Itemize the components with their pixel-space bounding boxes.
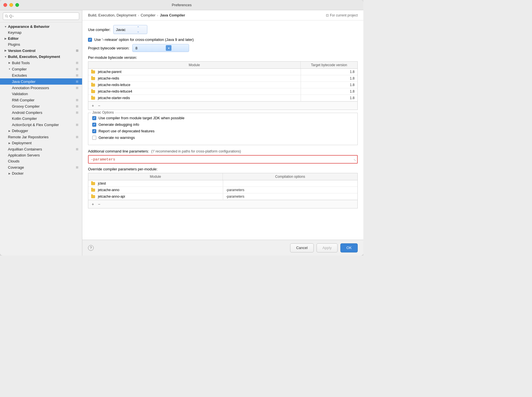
module-cell: jetcache-redis-lettuce xyxy=(88,82,301,88)
remove-module-button[interactable]: − xyxy=(96,103,102,108)
sidebar-item-label: Remote Jar Repositories xyxy=(8,135,49,139)
javac-checkbox-label-2: Generate debugging info xyxy=(99,122,139,127)
table-row[interactable]: jetcache-anno-api -parameters xyxy=(88,193,357,200)
use-compiler-row: Use compiler: Javac ⌃⌄ xyxy=(88,25,358,34)
javac-checkbox-4[interactable] xyxy=(92,136,96,140)
sidebar-item-rmi-compiler[interactable]: RMI Compiler ⊞ xyxy=(0,97,82,103)
folder-icon xyxy=(91,77,95,80)
folder-icon xyxy=(91,182,95,185)
search-box xyxy=(0,10,82,22)
table-row[interactable]: jetcache-redis-lettuce 1.8 xyxy=(88,82,357,88)
javac-checkbox-3[interactable] xyxy=(92,129,96,133)
javac-checkbox-1[interactable] xyxy=(92,116,96,120)
version-cell: 1.8 xyxy=(301,82,357,88)
table-row[interactable]: jetcache-parent 1.8 xyxy=(88,69,357,75)
sidebar-item-java-compiler[interactable]: Java Compiler ⊞ xyxy=(0,78,82,85)
table-row[interactable]: jetcache-redis-lettuce4 1.8 xyxy=(88,88,357,95)
project-icon: ⊡ xyxy=(326,13,329,17)
ok-button[interactable]: OK xyxy=(340,243,358,252)
table-row[interactable]: jetcache-redis 1.8 xyxy=(88,75,357,82)
sidebar-item-deployment[interactable]: ▶ Deployment xyxy=(0,140,82,146)
remove-override-button[interactable]: − xyxy=(96,201,102,207)
compilation-cell: -parameters xyxy=(223,187,357,193)
folder-icon xyxy=(91,97,95,100)
breadcrumb-part-1: Build, Execution, Deployment xyxy=(88,13,136,17)
maximize-button[interactable] xyxy=(15,3,19,7)
table-row[interactable]: jctest xyxy=(88,180,357,187)
sidebar-item-actionscript-compiler[interactable]: ActionScript & Flex Compiler ⊞ xyxy=(0,122,82,128)
settings-icon: ⊞ xyxy=(75,79,79,84)
module-bytecode-table: Module Target bytecode version jetcache-… xyxy=(88,61,358,110)
sidebar-item-label: Application Servers xyxy=(8,153,40,157)
cancel-button[interactable]: Cancel xyxy=(290,243,313,252)
sidebar-item-coverage[interactable]: Coverage ⊞ xyxy=(0,164,82,170)
arrow-icon: ▶ xyxy=(8,129,11,132)
sidebar-item-compiler[interactable]: ▾ Compiler ⊞ xyxy=(0,66,82,72)
javac-checkbox-label-4: Generate no warnings xyxy=(99,135,135,140)
breadcrumb-sep-1: › xyxy=(138,14,139,17)
module-cell: jetcache-redis-lettuce4 xyxy=(88,88,301,95)
sidebar-item-label: Deployment xyxy=(12,141,32,145)
sidebar-item-arquillian[interactable]: Arquillian Containers ⊞ xyxy=(0,146,82,152)
sidebar-item-keymap[interactable]: Keymap xyxy=(0,30,82,35)
sidebar-item-debugger[interactable]: ▶ Debugger xyxy=(0,128,82,134)
cmd-params-input[interactable] xyxy=(91,157,355,162)
cross-compile-row: Use '--release' option for cross-compila… xyxy=(88,37,358,42)
sidebar-item-remote-jar[interactable]: Remote Jar Repositories ⊞ xyxy=(0,134,82,140)
table-row[interactable]: jetcache-starter-redis 1.8 xyxy=(88,95,357,101)
sidebar-item-plugins[interactable]: Plugins xyxy=(0,41,82,47)
javac-checkbox-2[interactable] xyxy=(92,123,96,127)
sidebar-item-appearance-behavior[interactable]: ▾ Appearance & Behavior xyxy=(0,24,82,30)
sidebar-item-label: ActionScript & Flex Compiler xyxy=(12,123,59,127)
sidebar-item-build-execution[interactable]: ▾ Build, Execution, Deployment xyxy=(0,54,82,60)
settings-icon: ⊞ xyxy=(75,67,79,71)
arrow-icon: ▶ xyxy=(8,172,11,175)
help-icon[interactable]: ? xyxy=(88,245,94,251)
folder-icon xyxy=(91,70,95,74)
apply-button[interactable]: Apply xyxy=(317,243,338,252)
sidebar-item-build-tools[interactable]: ▶ Build Tools ⊞ xyxy=(0,60,82,66)
close-button[interactable] xyxy=(3,3,7,7)
cross-compile-checkbox[interactable] xyxy=(88,38,92,42)
table-header: Module Target bytecode version xyxy=(88,62,357,69)
sidebar-item-clouds[interactable]: Clouds xyxy=(0,158,82,164)
compiler-select-arrow-icon: ⌃⌄ xyxy=(137,26,139,33)
settings-icon: ⊞ xyxy=(75,147,79,151)
sidebar-item-version-control[interactable]: ▶ Version Control ⊞ xyxy=(0,47,82,54)
sidebar-item-excludes[interactable]: Excludes ⊞ xyxy=(0,72,82,78)
sidebar-item-label: Appearance & Behavior xyxy=(8,24,50,29)
version-cell: 1.8 xyxy=(301,88,357,95)
sidebar-item-editor[interactable]: ▶ Editor xyxy=(0,35,82,41)
sidebar-item-groovy-compiler[interactable]: Groovy Compiler ⊞ xyxy=(0,103,82,109)
main-content: ▾ Appearance & Behavior Keymap ▶ Editor … xyxy=(0,10,363,256)
add-module-button[interactable]: + xyxy=(90,103,96,108)
sidebar-item-docker[interactable]: ▶ Docker xyxy=(0,170,82,176)
settings-icon: ⊞ xyxy=(75,122,79,127)
expand-icon[interactable]: ⤡ xyxy=(353,158,356,162)
add-override-button[interactable]: + xyxy=(90,201,96,207)
cross-compile-label: Use '--release' option for cross-compila… xyxy=(94,37,194,42)
module-cell: jetcache-anno-api xyxy=(88,193,223,200)
compilation-cell: -parameters xyxy=(223,193,357,200)
sidebar-item-application-servers[interactable]: Application Servers xyxy=(0,152,82,158)
sidebar-item-validation[interactable]: Validation xyxy=(0,91,82,97)
sidebar-item-annotation-processors[interactable]: Annotation Processors ⊞ xyxy=(0,85,82,91)
override-table-header: Module Compilation options xyxy=(88,173,357,180)
sidebar-item-android-compilers[interactable]: Android Compilers ⊞ xyxy=(0,109,82,116)
preferences-window: Preferences ▾ Appearance & Behavior Keym… xyxy=(0,0,363,256)
sidebar-item-kotlin-compiler[interactable]: Kotlin Compiler xyxy=(0,116,82,122)
compiler-select[interactable]: Javac ⌃⌄ xyxy=(113,25,147,34)
module-cell: jctest xyxy=(88,180,223,187)
col-header-module: Module xyxy=(88,62,301,68)
version-cell: 1.8 xyxy=(301,69,357,75)
titlebar: Preferences xyxy=(0,0,363,10)
table-row[interactable]: jetcache-anno -parameters xyxy=(88,187,357,193)
search-input[interactable] xyxy=(3,12,79,20)
sidebar-item-label: Build, Execution, Deployment xyxy=(8,55,60,59)
breadcrumb-part-2: Compiler xyxy=(141,13,155,17)
module-cell: jetcache-starter-redis xyxy=(88,95,301,101)
settings-icon: ⊞ xyxy=(75,48,79,53)
bytecode-select[interactable]: 8 ▾ xyxy=(132,44,189,52)
minimize-button[interactable] xyxy=(9,3,13,7)
settings-icon: ⊞ xyxy=(75,73,79,78)
